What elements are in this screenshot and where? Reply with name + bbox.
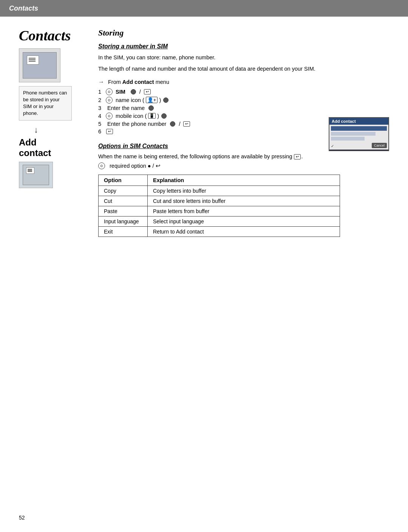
body-text-1: In the SIM, you can store: name, phone n… [98, 54, 348, 62]
back-btn-6: ↩ [106, 129, 113, 134]
step-2: 2 ⊙ name icon ( 👤+ ) [98, 97, 389, 104]
table-cell-option: Paste [99, 206, 148, 216]
screenshot-cancel-btn: Cancel [372, 143, 387, 148]
table-row: Input languageSelect input language [99, 216, 340, 226]
callout-box: Phone numbers can be stored in your SIM … [19, 86, 72, 121]
page-number: 52 [19, 515, 25, 521]
screenshot-row-3 [331, 137, 365, 141]
table-cell-option: Exit [99, 226, 148, 237]
back-btn-1: ↩ [144, 89, 151, 94]
callout-text: Phone numbers can be stored in your SIM … [23, 90, 67, 116]
back-btn-options: ↩ [294, 154, 301, 159]
center-btn-4 [161, 113, 167, 119]
sim-subsection-title: Storing a number in SIM [98, 43, 389, 50]
contact-image-inner [23, 52, 57, 79]
right-arrow-icon: → [98, 79, 104, 85]
table-cell-explanation: Copy letters into buffer [148, 186, 340, 196]
nav-icon-1: ⊙ [106, 88, 113, 95]
nav-icon-req: ⊙ [98, 162, 105, 169]
storing-title: Storing [98, 28, 389, 38]
mobile-icon-symbol: 📱 [148, 113, 156, 119]
screenshot-body: ✓ Cancel [329, 125, 388, 150]
options-section: Options in SIM Contacts When the name is… [98, 143, 389, 237]
header-bar: Contacts [0, 0, 408, 17]
back-btn-5: ↩ [183, 121, 190, 127]
table-row: ExitReturn to Add contact [99, 226, 340, 237]
screenshot-row-1 [331, 126, 387, 131]
down-arrow-icon: ↓ [34, 125, 38, 135]
options-table: Option Explanation CopyCopy letters into… [98, 175, 340, 237]
from-add-contact: → From Add contact menu [98, 79, 389, 85]
table-row: CutCut and store letters into buffer [99, 196, 340, 206]
body-text-2: The length of name and number and the to… [98, 65, 348, 73]
table-cell-explanation: Return to Add contact [148, 226, 340, 237]
when-text: When the name is being entered, the foll… [98, 153, 348, 159]
center-btn-5 [170, 121, 175, 127]
left-column: Contacts Phone numbers can be stored in … [19, 28, 98, 244]
table-row: PastePaste letters from buffer [99, 206, 340, 216]
add-contact-label: Addcontact [19, 137, 91, 159]
screenshot-header: Add contact [329, 118, 388, 125]
table-row: CopyCopy letters into buffer [99, 186, 340, 196]
table-cell-option: Cut [99, 196, 148, 206]
step-1: 1 ⊙ SIM / ↩ [98, 88, 389, 95]
center-btn-3 [148, 105, 154, 111]
header-title: Contacts [9, 5, 38, 12]
required-option-line: ⊙ required option ● / ↩ [98, 162, 389, 169]
arrow-down: ↓ [34, 125, 91, 135]
name-icon-symbol: 👤+ [146, 97, 158, 103]
table-cell-explanation: Cut and store letters into buffer [148, 196, 340, 206]
required-text: required option ● / ↩ [110, 163, 161, 169]
table-header-option: Option [99, 175, 148, 186]
contact-image [19, 48, 60, 82]
nav-icon-2: ⊙ [106, 97, 113, 104]
screenshot-check-icon: ✓ [331, 144, 334, 148]
nav-icon-4: ⊙ [106, 113, 113, 119]
page-main-title: Contacts [19, 28, 91, 44]
add-contact-image [19, 162, 53, 188]
table-header-explanation: Explanation [148, 175, 340, 186]
center-btn-1 [131, 89, 136, 94]
step-3: 3 Enter the name [98, 105, 389, 111]
center-btn-2 [163, 97, 168, 103]
table-cell-option: Copy [99, 186, 148, 196]
table-cell-explanation: Select input language [148, 216, 340, 226]
from-add-text: From Add contact menu [108, 79, 169, 85]
table-cell-explanation: Paste letters from buffer [148, 206, 340, 216]
screenshot-row-2 [331, 132, 376, 136]
add-contact-screenshot: Add contact ✓ Cancel [329, 117, 389, 151]
table-cell-option: Input language [99, 216, 148, 226]
add-contact-image-inner [23, 165, 49, 185]
